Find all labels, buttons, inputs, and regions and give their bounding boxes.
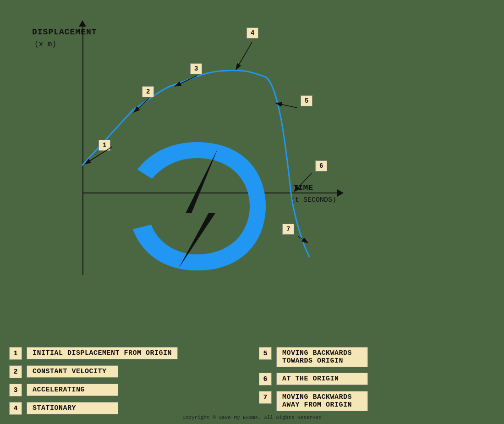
annotation-box-5: 5 <box>301 95 312 106</box>
legend-item-5: 5 MOVING BACKWARDS TOWARDS ORIGIN <box>259 347 495 367</box>
legend-text-5: MOVING BACKWARDS TOWARDS ORIGIN <box>276 347 368 367</box>
main-container: DISPLACEMENT (x m) TIME (t SECONDS) <box>0 0 504 424</box>
legend-area: 1 INITIAL DISPLACEMENT FROM ORIGIN 2 CON… <box>9 347 495 415</box>
annotation-box-3: 3 <box>190 63 202 74</box>
legend-num-7: 7 <box>259 391 272 404</box>
legend-num-2: 2 <box>9 365 22 378</box>
legend-num-4: 4 <box>9 402 22 415</box>
legend-item-6: 6 AT THE ORIGIN <box>259 373 495 385</box>
copyright: Copyright © Save My Exams. All Rights Re… <box>182 415 322 420</box>
legend-text-7: MOVING BACKWARDS AWAY FROM ORIGIN <box>276 391 368 411</box>
legend-num-6: 6 <box>259 373 272 385</box>
legend-text-4: STATIONARY <box>27 402 118 414</box>
legend-item-3: 3 ACCELERATING <box>9 384 245 396</box>
graph-area: DISPLACEMENT (x m) TIME (t SECONDS) <box>27 14 348 303</box>
legend-text-1: INITIAL DISPLACEMENT FROM ORIGIN <box>27 347 178 359</box>
annotation-box-2: 2 <box>142 86 154 97</box>
legend-left: 1 INITIAL DISPLACEMENT FROM ORIGIN 2 CON… <box>9 347 245 415</box>
legend-text-2: CONSTANT VELOCITY <box>27 365 118 378</box>
annotation-box-6: 6 <box>315 160 327 171</box>
annotation-box-7: 7 <box>282 224 294 235</box>
annotation-box-1: 1 <box>99 140 110 151</box>
legend-item-7: 7 MOVING BACKWARDS AWAY FROM ORIGIN <box>259 391 495 411</box>
legend-item-2: 2 CONSTANT VELOCITY <box>9 365 245 378</box>
legend-item-1: 1 INITIAL DISPLACEMENT FROM ORIGIN <box>9 347 245 360</box>
legend-num-3: 3 <box>9 384 22 396</box>
logo-container <box>119 128 275 284</box>
legend-num-5: 5 <box>259 347 272 360</box>
legend-item-4: 4 STATIONARY <box>9 402 245 415</box>
legend-text-3: ACCELERATING <box>27 384 118 396</box>
legend-text-6: AT THE ORIGIN <box>276 373 368 385</box>
legend-right: 5 MOVING BACKWARDS TOWARDS ORIGIN 6 AT T… <box>259 347 495 415</box>
legend-num-1: 1 <box>9 347 22 360</box>
annotation-box-4: 4 <box>247 28 258 39</box>
